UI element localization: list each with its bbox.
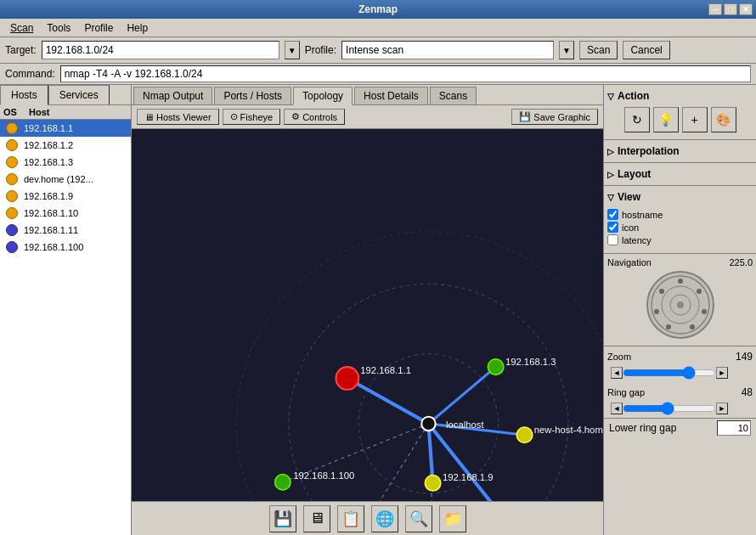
nav-label-row: Navigation 225.0 xyxy=(607,257,753,268)
list-item[interactable]: 192.168.1.10 xyxy=(0,205,131,222)
menu-tools[interactable]: Tools xyxy=(40,20,77,36)
tab-nmap-output[interactable]: Nmap Output xyxy=(133,87,212,104)
layout-header[interactable]: ▷ Layout xyxy=(607,166,753,182)
controls-button[interactable]: ⚙ Controls xyxy=(284,109,345,125)
checkbox-hostname[interactable] xyxy=(607,209,618,220)
navigation-widget[interactable] xyxy=(646,271,714,339)
node-label-9: 192.168.1.9 xyxy=(443,472,494,482)
list-item[interactable]: 192.168.1.9 xyxy=(0,188,131,205)
bottom-btn-save[interactable]: 💾 xyxy=(269,505,296,532)
action-btn-refresh[interactable]: ↻ xyxy=(624,107,650,132)
nav-circle-container xyxy=(607,271,753,339)
svg-point-2 xyxy=(236,232,603,535)
interpolation-label: Interpolation xyxy=(618,145,680,157)
bottom-btn-folder[interactable]: 📁 xyxy=(439,505,466,532)
host-list: 192.168.1.1 192.168.1.2 192.168.1.3 dev.… xyxy=(0,120,131,535)
view-header[interactable]: ▽ View xyxy=(607,189,753,205)
zoom-slider[interactable] xyxy=(623,368,716,378)
tab-topology[interactable]: Topology xyxy=(293,87,353,105)
close-button[interactable]: ✕ xyxy=(739,3,753,15)
menu-help[interactable]: Help xyxy=(120,20,155,36)
profile-input[interactable] xyxy=(341,41,554,59)
view-label: View xyxy=(618,191,640,203)
os-icon xyxy=(3,206,20,220)
bottom-btn-browser[interactable]: 🌐 xyxy=(371,505,398,532)
list-item[interactable]: 192.168.1.3 xyxy=(0,154,131,171)
col-os-header: OS xyxy=(3,107,29,117)
os-icon xyxy=(3,172,20,186)
interpolation-header[interactable]: ▷ Interpolation xyxy=(607,144,753,159)
scan-button[interactable]: Scan xyxy=(579,41,618,59)
maximize-button[interactable]: □ xyxy=(724,3,737,15)
tab-host-details[interactable]: Host Details xyxy=(354,87,428,104)
action-triangle: ▽ xyxy=(607,92,614,101)
command-label: Command: xyxy=(5,68,55,80)
ring-gap-slider-container: ◄ ► xyxy=(607,401,753,416)
tab-hosts[interactable]: Hosts xyxy=(0,85,48,105)
menu-scan[interactable]: Scan xyxy=(3,20,40,36)
controls-icon: ⚙ xyxy=(291,111,300,122)
ring-gap-right-arrow[interactable]: ► xyxy=(716,403,728,414)
topology-canvas[interactable]: localhost 192.168.1.1 192.168.1.3 192.16… xyxy=(132,129,603,535)
main-content: Hosts Services OS Host 192.168.1.1 192.1… xyxy=(0,85,756,535)
bottom-btn-search[interactable]: 🔍 xyxy=(405,505,432,532)
os-icon xyxy=(3,121,20,135)
list-item[interactable]: 192.168.1.11 xyxy=(0,222,131,239)
hosts-viewer-button[interactable]: 🖥 Hosts Viewer xyxy=(137,109,219,125)
lower-ring-input[interactable] xyxy=(717,420,751,436)
action-btn-color[interactable]: 🎨 xyxy=(711,107,736,132)
fisheye-button[interactable]: ⊙ Fisheye xyxy=(223,109,281,125)
action-btn-light[interactable]: 💡 xyxy=(653,107,679,132)
tab-services[interactable]: Services xyxy=(48,85,110,104)
navigation-value: 225.0 xyxy=(729,257,753,268)
checkbox-row-hostname: hostname xyxy=(607,208,753,221)
host-name: 192.168.1.10 xyxy=(24,208,78,218)
checkbox-icon[interactable] xyxy=(607,222,618,233)
list-item[interactable]: 192.168.1.2 xyxy=(0,137,131,154)
host-name: dev.home (192... xyxy=(24,174,93,184)
checkbox-latency[interactable] xyxy=(607,234,618,245)
target-label: Target: xyxy=(5,44,37,56)
menu-profile[interactable]: Profile xyxy=(77,20,120,36)
os-icon xyxy=(3,155,20,169)
right-panel: ▽ Action ↻ 💡 + 🎨 ▷ Interpolation ▷ Layou… xyxy=(603,85,756,535)
list-item[interactable]: dev.home (192... xyxy=(0,171,131,188)
minimize-button[interactable]: ─ xyxy=(708,3,722,15)
command-input[interactable] xyxy=(60,65,751,82)
bottom-btn-notes[interactable]: 📋 xyxy=(337,505,364,532)
target-dropdown[interactable]: ▼ xyxy=(285,41,300,59)
node-label-1: 192.168.1.1 xyxy=(360,365,411,375)
save-graphic-button[interactable]: 💾 Save Graphic xyxy=(511,109,598,125)
zoom-left-arrow[interactable]: ◄ xyxy=(611,367,623,379)
tab-scans[interactable]: Scans xyxy=(430,87,477,104)
zoom-slider-container: ◄ ► xyxy=(607,365,753,380)
window-controls: ─ □ ✕ xyxy=(708,3,753,15)
interpolation-section: ▷ Interpolation xyxy=(604,140,756,163)
host-name: 192.168.1.2 xyxy=(24,140,73,150)
list-item[interactable]: 192.168.1.1 xyxy=(0,120,131,137)
svg-point-13 xyxy=(488,359,504,375)
list-item[interactable]: 192.168.1.100 xyxy=(0,239,131,256)
zoom-right-arrow[interactable]: ► xyxy=(716,367,728,379)
view-section: ▽ View hostname icon latency xyxy=(604,186,756,254)
profile-dropdown[interactable]: ▼ xyxy=(559,41,574,59)
host-name: 192.168.1.3 xyxy=(24,157,73,167)
tab-ports-hosts[interactable]: Ports / Hosts xyxy=(214,87,291,104)
svg-point-30 xyxy=(677,301,684,308)
action-btn-add[interactable]: + xyxy=(682,107,708,132)
svg-point-11 xyxy=(421,417,435,431)
svg-point-23 xyxy=(678,279,683,284)
ring-gap-slider[interactable] xyxy=(623,403,716,414)
ring-gap-value: 48 xyxy=(742,386,753,398)
view-tabs: Nmap Output Ports / Hosts Topology Host … xyxy=(132,85,603,105)
cancel-button[interactable]: Cancel xyxy=(623,41,669,59)
checkbox-latency-label: latency xyxy=(622,235,652,245)
ring-gap-left-arrow[interactable]: ◄ xyxy=(611,403,623,414)
target-input[interactable] xyxy=(42,41,279,59)
bottom-btn-terminal[interactable]: 🖥 xyxy=(303,505,330,532)
ring-gap-section: Ring gap 48 ◄ ► xyxy=(604,382,756,418)
action-header[interactable]: ▽ Action xyxy=(607,88,753,104)
host-list-header: OS Host xyxy=(0,105,131,120)
svg-point-19 xyxy=(516,427,533,443)
command-bar: Command: xyxy=(0,64,756,85)
